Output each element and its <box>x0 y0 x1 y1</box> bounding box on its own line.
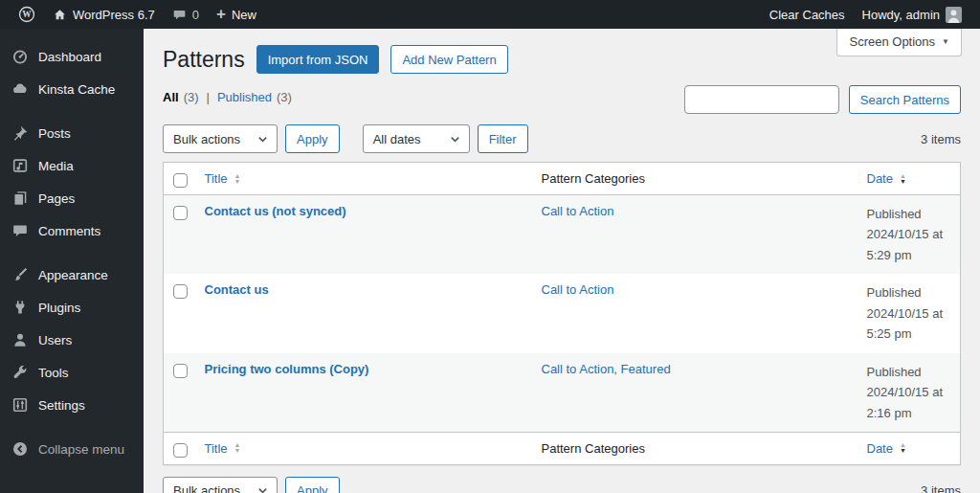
table-toolbar-bottom: Bulk actions Apply 3 items <box>163 477 961 493</box>
select-all-checkbox[interactable] <box>173 173 188 188</box>
sort-by-title-header[interactable]: Title ▲▼ <box>205 171 241 186</box>
sort-by-date-header[interactable]: Date ▲▼ <box>867 171 906 186</box>
cloud-icon <box>11 80 29 98</box>
comments-count: 0 <box>192 8 199 22</box>
sidebar-item-tools[interactable]: Tools <box>0 356 144 389</box>
row-checkbox[interactable] <box>173 206 188 220</box>
pattern-category-link[interactable]: Call to Action <box>542 282 614 297</box>
sidebar-item-settings[interactable]: Settings <box>0 389 144 421</box>
new-content-menu[interactable]: + New <box>208 0 265 29</box>
sort-icon: ▲▼ <box>900 173 906 185</box>
publish-time: 2:16 pm <box>867 403 951 423</box>
bulk-actions-label: Bulk actions <box>173 132 240 146</box>
my-account-menu[interactable]: Howdy, admin <box>854 0 970 29</box>
table-header-row: Title ▲▼ Pattern Categories Date ▲▼ <box>164 163 961 195</box>
sidebar-separator <box>0 421 144 433</box>
sidebar-item-label: Settings <box>38 398 85 413</box>
categories-column-label: Pattern Categories <box>542 441 645 456</box>
pushpin-icon <box>11 124 29 142</box>
pattern-category-link[interactable]: Call to Action, Featured <box>542 362 671 376</box>
comments-menu[interactable]: 0 <box>164 0 208 29</box>
search-patterns-button[interactable]: Search Patterns <box>849 85 961 114</box>
publish-time: 5:29 pm <box>867 245 951 265</box>
date-filter-select[interactable]: All dates <box>363 124 470 153</box>
apply-button[interactable]: Apply <box>285 124 340 153</box>
import-from-json-button[interactable]: Import from JSON <box>256 45 380 74</box>
pattern-category-link[interactable]: Call to Action <box>542 204 614 218</box>
bulk-actions-label: Bulk actions <box>173 483 240 493</box>
screen-options-label: Screen Options <box>849 34 935 49</box>
pattern-title-link[interactable]: Pricing two columns (Copy) <box>205 362 369 376</box>
sidebar-item-label: Users <box>38 333 72 347</box>
page-title: Patterns <box>163 45 245 74</box>
collapse-menu-button[interactable]: Collapse menu <box>0 433 144 465</box>
pages-icon <box>11 190 29 207</box>
sidebar-item-kinsta-cache[interactable]: Kinsta Cache <box>0 73 144 105</box>
chevron-down-icon <box>257 485 268 493</box>
bulk-actions-select[interactable]: Bulk actions <box>163 124 278 153</box>
sidebar-item-label: Comments <box>38 224 100 238</box>
patterns-table: Title ▲▼ Pattern Categories Date ▲▼ <box>163 162 961 465</box>
row-checkbox[interactable] <box>173 284 188 299</box>
title-column-label: Title <box>205 441 228 456</box>
home-icon <box>53 8 67 22</box>
items-count: 3 items <box>921 132 961 146</box>
sidebar-item-pages[interactable]: Pages <box>0 182 144 214</box>
admin-sidebar: Dashboard Kinsta Cache Posts Media Pages… <box>0 29 144 493</box>
date-column-label: Date <box>867 441 893 456</box>
sidebar-item-appearance[interactable]: Appearance <box>0 258 144 291</box>
wordpress-logo-menu[interactable]: W <box>10 0 44 29</box>
sidebar-item-comments[interactable]: Comments <box>0 214 144 247</box>
items-count: 3 items <box>921 483 961 493</box>
all-dates-label: All dates <box>373 132 421 146</box>
clear-caches-button[interactable]: Clear Caches <box>761 0 854 29</box>
wrench-icon <box>11 364 29 381</box>
sidebar-item-dashboard[interactable]: Dashboard <box>0 40 144 73</box>
apply-button[interactable]: Apply <box>285 477 340 493</box>
svg-text:W: W <box>22 10 32 19</box>
main-content: Screen Options ▼ Patterns Import from JS… <box>144 29 980 493</box>
collapse-arrow-icon <box>11 440 29 458</box>
plug-icon <box>11 299 29 316</box>
sidebar-item-plugins[interactable]: Plugins <box>0 291 144 324</box>
sort-by-date-header[interactable]: Date ▲▼ <box>867 441 906 456</box>
view-all-count: (3) <box>184 90 199 104</box>
view-published-link[interactable]: Published <box>217 90 272 104</box>
dashboard-icon <box>11 48 29 65</box>
table-row: Pricing two columns (Copy) Call to Actio… <box>164 353 961 433</box>
select-all-checkbox[interactable] <box>173 443 188 458</box>
screen-options-button[interactable]: Screen Options ▼ <box>836 29 962 56</box>
sidebar-item-users[interactable]: Users <box>0 324 144 356</box>
search-input[interactable] <box>684 85 839 114</box>
publish-status: Published <box>867 204 951 224</box>
site-menu[interactable]: WordPress 6.7 <box>44 0 164 29</box>
sidebar-item-media[interactable]: Media <box>0 149 144 182</box>
chevron-down-icon <box>450 134 460 145</box>
sidebar-item-label: Pages <box>38 191 75 206</box>
date-column-label: Date <box>867 171 893 186</box>
date-cell: Published 2024/10/15 at 2:16 pm <box>858 353 961 433</box>
pattern-title-link[interactable]: Contact us (not synced) <box>205 204 346 218</box>
chevron-down-icon: ▼ <box>942 37 949 46</box>
filter-button[interactable]: Filter <box>478 124 528 153</box>
sidebar-separator <box>0 247 144 258</box>
sidebar-item-label: Kinsta Cache <box>38 82 115 97</box>
admin-bar: W WordPress 6.7 0 + New Clear Caches How… <box>0 0 980 29</box>
add-new-pattern-button[interactable]: Add New Pattern <box>390 45 507 74</box>
avatar <box>946 7 962 23</box>
sidebar-item-label: Collapse menu <box>38 442 124 457</box>
row-checkbox[interactable] <box>173 364 188 378</box>
media-icon <box>11 157 29 174</box>
bulk-actions-select[interactable]: Bulk actions <box>163 477 278 493</box>
sidebar-item-posts[interactable]: Posts <box>0 117 144 149</box>
pattern-title-link[interactable]: Contact us <box>205 282 269 297</box>
brush-icon <box>11 266 29 283</box>
sort-by-title-header[interactable]: Title ▲▼ <box>205 441 241 456</box>
publish-date: 2024/10/15 at <box>867 224 951 244</box>
clear-caches-label: Clear Caches <box>769 8 845 22</box>
sidebar-item-label: Tools <box>38 366 69 380</box>
user-icon <box>11 331 29 348</box>
sidebar-item-label: Plugins <box>38 301 80 315</box>
view-all-link[interactable]: All <box>163 90 179 104</box>
plus-icon: + <box>216 6 226 22</box>
